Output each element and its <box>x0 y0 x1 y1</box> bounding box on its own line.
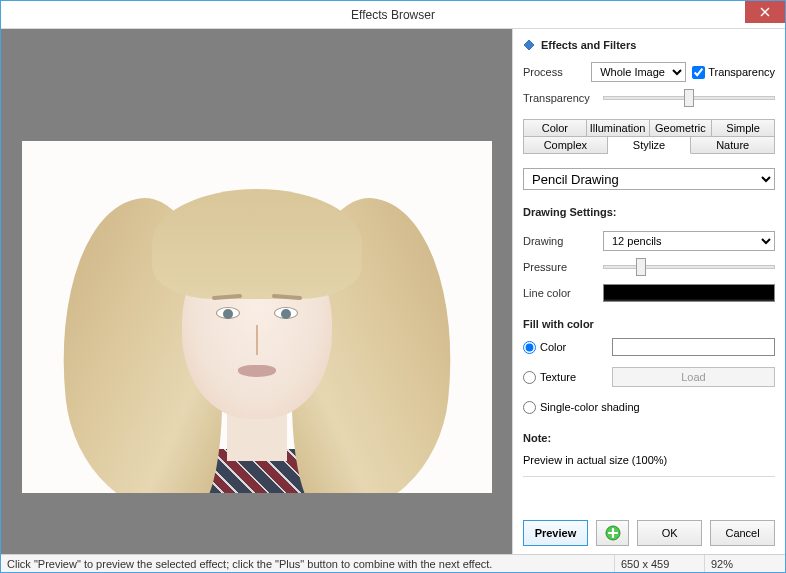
tab-complex[interactable]: Complex <box>523 136 608 154</box>
linecolor-label: Line color <box>523 287 597 299</box>
linecolor-swatch[interactable] <box>603 284 775 302</box>
linecolor-row: Line color <box>523 282 775 304</box>
drawing-select[interactable]: 12 pencils <box>603 231 775 251</box>
tab-stylize[interactable]: Stylize <box>608 136 692 154</box>
fill-texture-label: Texture <box>540 371 608 383</box>
tab-simple[interactable]: Simple <box>712 119 775 137</box>
svg-marker-0 <box>524 40 534 50</box>
pressure-row: Pressure <box>523 256 775 278</box>
effects-browser-window: Effects Browser <box>0 0 786 573</box>
fill-single-row: Single-color shading <box>523 394 775 420</box>
statusbar: Click "Preview" to preview the selected … <box>1 554 785 572</box>
drawing-row: Drawing 12 pencils <box>523 230 775 252</box>
tab-row-2: Complex Stylize Nature <box>523 136 775 154</box>
close-icon <box>760 7 770 17</box>
transparency-slider[interactable] <box>603 89 775 107</box>
fill-texture-radio[interactable] <box>523 371 536 384</box>
statusbar-hint: Click "Preview" to preview the selected … <box>1 555 615 572</box>
preview-pane <box>1 29 513 554</box>
fill-color-label: Color <box>540 341 608 353</box>
transparency-checkbox-wrap[interactable]: Transparency <box>692 66 775 79</box>
preview-button[interactable]: Preview <box>523 520 588 546</box>
tab-color[interactable]: Color <box>523 119 587 137</box>
pressure-label: Pressure <box>523 261 597 273</box>
fill-single-radio[interactable] <box>523 401 536 414</box>
drawing-label: Drawing <box>523 235 597 247</box>
note-heading: Note: <box>523 432 775 444</box>
tab-illumination[interactable]: Illumination <box>587 119 650 137</box>
transparency-checkbox-label: Transparency <box>708 66 775 78</box>
button-row: Preview OK Cancel <box>523 512 775 546</box>
tab-nature[interactable]: Nature <box>691 136 775 154</box>
controls-panel: Effects and Filters Process Whole Image … <box>513 29 785 554</box>
tab-geometric[interactable]: Geometric <box>650 119 713 137</box>
fill-texture-row: Texture Load <box>523 364 775 390</box>
statusbar-dimensions: 650 x 459 <box>615 555 705 572</box>
fill-color-swatch[interactable] <box>612 338 775 356</box>
transparency-slider-label: Transparency <box>523 92 597 104</box>
divider <box>523 476 775 477</box>
effect-select[interactable]: Pencil Drawing <box>523 168 775 190</box>
pressure-slider[interactable] <box>603 258 775 276</box>
transparency-checkbox[interactable] <box>692 66 705 79</box>
category-tabs: Color Illumination Geometric Simple Comp… <box>523 119 775 154</box>
ok-button[interactable]: OK <box>637 520 702 546</box>
plus-button[interactable] <box>596 520 629 546</box>
fill-color-radio[interactable] <box>523 341 536 354</box>
note-text: Preview in actual size (100%) <box>523 454 775 466</box>
window-title: Effects Browser <box>351 8 435 22</box>
fill-heading: Fill with color <box>523 318 775 330</box>
titlebar: Effects Browser <box>1 1 785 29</box>
tab-row-1: Color Illumination Geometric Simple <box>523 119 775 137</box>
statusbar-zoom: 92% <box>705 555 785 572</box>
process-row: Process Whole Image Transparency <box>523 61 775 83</box>
drawing-settings-heading: Drawing Settings: <box>523 206 775 218</box>
preview-image <box>22 141 492 493</box>
load-texture-button[interactable]: Load <box>612 367 775 387</box>
window-body: Effects and Filters Process Whole Image … <box>1 29 785 554</box>
fill-color-row: Color <box>523 334 775 360</box>
expand-icon[interactable] <box>523 39 535 51</box>
process-label: Process <box>523 66 585 78</box>
close-button[interactable] <box>745 1 785 23</box>
transparency-row: Transparency <box>523 87 775 109</box>
panel-title: Effects and Filters <box>541 39 636 51</box>
cancel-button[interactable]: Cancel <box>710 520 775 546</box>
panel-header: Effects and Filters <box>523 37 775 57</box>
plus-icon <box>605 525 621 541</box>
fill-single-label: Single-color shading <box>540 401 640 413</box>
process-select[interactable]: Whole Image <box>591 62 686 82</box>
